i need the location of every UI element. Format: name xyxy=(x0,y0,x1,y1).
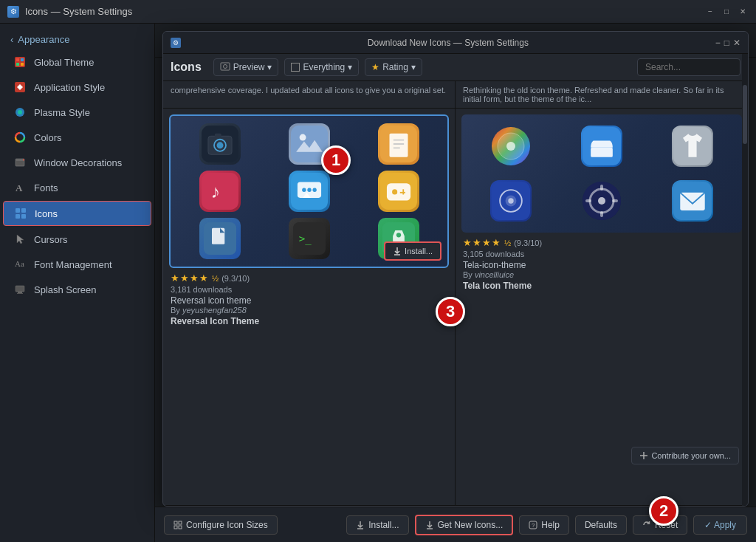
sidebar-item-label: Plasma Style xyxy=(34,107,90,118)
svg-rect-47 xyxy=(399,192,405,193)
back-label: Appearance xyxy=(18,34,69,45)
preview-chevron-icon: ▾ xyxy=(267,62,272,72)
svg-rect-4 xyxy=(21,63,24,66)
rating-1: ★★★★½ (9.3/10) xyxy=(171,272,447,284)
tela-palette-icon xyxy=(492,127,530,165)
install-label: Install... xyxy=(405,247,433,255)
minimize-button[interactable]: − xyxy=(704,6,716,18)
card-reversal[interactable]: ♪ xyxy=(163,109,456,506)
app-icon: ⚙ xyxy=(7,6,19,18)
apply-button[interactable]: ✓ Apply xyxy=(693,515,747,535)
svg-rect-68 xyxy=(600,185,603,191)
sidebar-item-label: Cursors xyxy=(34,234,68,245)
dialog-content: comprehensive coverage. I updated about … xyxy=(163,81,748,506)
preview-button[interactable]: Preview ▾ xyxy=(213,58,279,76)
downloads-1: 3,181 downloads xyxy=(171,285,447,294)
back-button[interactable]: ‹ Appearance xyxy=(0,30,154,49)
window-decorations-icon xyxy=(13,156,27,169)
music-icon: ♪ xyxy=(199,171,241,212)
notes-icon xyxy=(378,123,419,165)
sidebar-item-label: Fonts xyxy=(34,182,58,193)
number-circle-3: 3 xyxy=(436,297,465,326)
dialog-maximize-button[interactable]: □ xyxy=(724,38,729,48)
icons-icon xyxy=(14,207,27,220)
svg-point-53 xyxy=(396,233,400,237)
configure-icon xyxy=(173,521,182,529)
sidebar-item-plasma-style[interactable]: Plasma Style xyxy=(3,100,151,124)
rating-text-1: (9.3/10) xyxy=(221,274,250,283)
download-icon xyxy=(393,247,402,255)
half-star-icon-1: ½ xyxy=(212,274,219,283)
svg-rect-20 xyxy=(17,293,23,294)
window-title: Icons — System Settings xyxy=(25,6,132,17)
sidebar-item-window-decorations[interactable]: Window Decorations xyxy=(3,151,151,174)
reset-icon xyxy=(642,521,651,529)
scrollbar[interactable] xyxy=(742,54,748,506)
messages-icon xyxy=(289,171,330,212)
close-button[interactable]: ✕ xyxy=(737,6,749,18)
sidebar-item-splash-screen[interactable]: Splash Screen xyxy=(3,278,151,301)
sidebar-item-label: Splash Screen xyxy=(34,284,97,295)
svg-rect-27 xyxy=(214,134,221,137)
search-input[interactable] xyxy=(637,58,740,76)
sidebar-item-font-management[interactable]: Aa Font Management xyxy=(3,253,151,276)
rating-label: Rating xyxy=(382,62,408,72)
everything-button[interactable]: Everything ▾ xyxy=(284,58,359,76)
help-button[interactable]: ? Help xyxy=(519,515,569,535)
svg-point-64 xyxy=(509,198,514,203)
configure-icon-sizes-button[interactable]: Configure Icon Sizes xyxy=(164,515,278,535)
rating-2: ★★★★½ (9.3/10) xyxy=(463,237,740,248)
by-2: By vincelliuice xyxy=(463,270,740,279)
desc-cell-2: Rethinking the old icon theme. Refreshed… xyxy=(456,81,748,108)
half-star-icon-2: ½ xyxy=(504,239,511,247)
sidebar-item-icons[interactable]: Icons xyxy=(3,201,151,226)
sidebar-item-colors[interactable]: Colors xyxy=(3,126,151,149)
dialog-close-button[interactable]: ✕ xyxy=(733,38,740,48)
sidebar-item-application-style[interactable]: Application Style xyxy=(3,75,151,99)
rating-star-icon: ★ xyxy=(371,62,379,72)
scrollbar-thumb[interactable] xyxy=(743,85,747,144)
checkmark-icon: ✓ xyxy=(704,520,714,530)
rating-button[interactable]: ★ Rating ▾ xyxy=(365,58,422,76)
tela-tshirt-icon xyxy=(672,126,713,167)
svg-rect-59 xyxy=(591,148,613,157)
maximize-button[interactable]: □ xyxy=(721,6,732,18)
card-reversal-info: ★★★★½ (9.3/10) 3,181 downloads Reversal … xyxy=(169,268,449,328)
dialog-minimize-button[interactable]: − xyxy=(715,38,721,48)
get-new-icons-button[interactable]: Get New Icons... xyxy=(415,515,514,535)
contribute-button[interactable]: Contribute your own... xyxy=(631,447,739,464)
install-bottom-icon xyxy=(356,521,365,529)
tela-mail-icon xyxy=(672,180,713,222)
title-bold-2: Tela Icon Theme xyxy=(463,281,740,291)
dialog-title-bar: ⚙ Download New Icons — System Settings −… xyxy=(163,32,748,54)
description-strip: comprehensive coverage. I updated about … xyxy=(163,81,748,109)
svg-point-26 xyxy=(216,142,223,148)
splash-screen-icon xyxy=(13,283,27,296)
defaults-label: Defaults xyxy=(585,520,617,530)
svg-rect-31 xyxy=(389,134,408,157)
svg-rect-19 xyxy=(18,292,22,293)
configure-icon-sizes-label: Configure Icon Sizes xyxy=(186,520,268,530)
svg-rect-13 xyxy=(16,208,20,213)
sidebar-item-cursors[interactable]: Cursors xyxy=(3,227,151,251)
install-bottom-button[interactable]: Install... xyxy=(346,515,408,535)
sidebar-item-fonts[interactable]: A Fonts xyxy=(3,176,151,199)
dialog-controls: − □ ✕ xyxy=(715,38,740,48)
svg-rect-2 xyxy=(21,58,24,61)
svg-point-29 xyxy=(299,134,306,141)
preview-icon xyxy=(220,62,230,72)
svg-rect-21 xyxy=(221,63,230,70)
sidebar-item-global-theme[interactable]: Global Theme xyxy=(3,50,151,74)
sidebar-item-label: Icons xyxy=(35,208,58,219)
contribute-label: Contribute your own... xyxy=(651,451,731,460)
download-dialog: ⚙ Download New Icons — System Settings −… xyxy=(162,31,749,507)
svg-rect-3 xyxy=(16,63,19,66)
number-circle-2: 2 xyxy=(649,496,678,526)
get-new-icons-label: Get New Icons... xyxy=(438,520,504,530)
defaults-button[interactable]: Defaults xyxy=(575,515,627,535)
svg-text:?: ? xyxy=(532,522,535,529)
svg-rect-76 xyxy=(174,526,177,529)
install-button[interactable]: Install... xyxy=(384,241,441,261)
terminal-icon: >_ xyxy=(289,218,330,259)
title-bar-controls: − □ ✕ xyxy=(704,6,749,18)
